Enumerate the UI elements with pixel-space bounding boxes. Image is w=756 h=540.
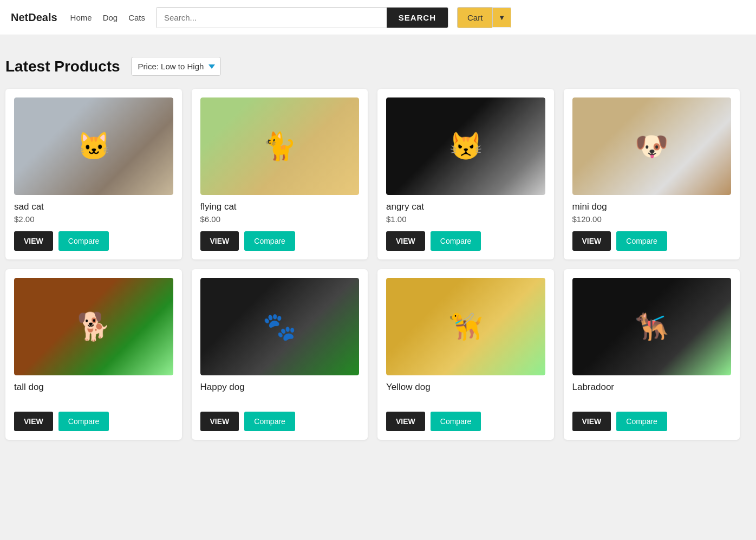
product-name: Yellow dog	[386, 382, 545, 393]
view-button[interactable]: VIEW	[200, 231, 239, 251]
product-price: $120.00	[572, 214, 732, 224]
product-image: 😾	[386, 97, 545, 195]
compare-button[interactable]: Compare	[431, 231, 481, 251]
product-grid: 🐱 sad cat $2.00 VIEW Compare 🐈 flying ca…	[5, 89, 740, 440]
view-button[interactable]: VIEW	[14, 412, 53, 431]
search-input[interactable]	[157, 8, 387, 28]
product-name: tall dog	[14, 382, 173, 393]
product-actions: VIEW Compare	[572, 412, 732, 431]
view-button[interactable]: VIEW	[14, 231, 53, 251]
product-card: 🐶 mini dog $120.00 VIEW Compare	[564, 89, 740, 259]
cart-dropdown-chevron[interactable]: ▼	[492, 8, 511, 27]
product-actions: VIEW Compare	[14, 231, 173, 251]
product-card: 🐕‍🦺 Labradoor VIEW Compare	[564, 269, 740, 440]
product-image-placeholder: 🐕‍🦺	[572, 278, 732, 375]
view-button[interactable]: VIEW	[386, 412, 425, 431]
product-actions: VIEW Compare	[200, 412, 360, 431]
product-actions: VIEW Compare	[386, 412, 545, 431]
search-bar: SEARCH	[156, 7, 448, 28]
product-image: 🐶	[572, 97, 732, 195]
view-button[interactable]: VIEW	[386, 231, 425, 251]
compare-button[interactable]: Compare	[244, 231, 295, 251]
compare-button[interactable]: Compare	[616, 231, 667, 251]
view-button[interactable]: VIEW	[200, 412, 239, 431]
product-image-placeholder: 🐈	[200, 97, 360, 195]
product-card: 🐾 Happy dog VIEW Compare	[192, 269, 368, 440]
product-image: 🐱	[14, 97, 173, 195]
product-image-placeholder: 🐾	[200, 278, 360, 375]
product-image: 🐕‍🦺	[572, 278, 732, 375]
brand-logo[interactable]: NetDeals	[11, 11, 57, 24]
navbar: NetDeals Home Dog Cats SEARCH Cart ▼	[0, 0, 756, 35]
product-name: angry cat	[386, 201, 545, 212]
view-button[interactable]: VIEW	[572, 231, 611, 251]
product-name: Happy dog	[200, 382, 360, 393]
product-image: 🦮	[386, 278, 545, 375]
product-image: 🐕	[14, 278, 173, 375]
cart-button[interactable]: Cart	[458, 8, 492, 28]
product-price	[572, 395, 732, 404]
product-image-placeholder: 🐶	[572, 97, 732, 195]
compare-button[interactable]: Compare	[431, 412, 481, 431]
page-title: Latest Products	[5, 58, 120, 75]
view-button[interactable]: VIEW	[572, 412, 611, 431]
product-image-placeholder: 🦮	[386, 278, 545, 375]
product-image-placeholder: 🐕	[14, 278, 173, 375]
product-price	[200, 395, 360, 404]
sort-select[interactable]: Price: Low to HighPrice: High to LowNewe…	[131, 57, 221, 76]
nav-dog[interactable]: Dog	[103, 13, 118, 22]
product-card: 😾 angry cat $1.00 VIEW Compare	[377, 89, 554, 259]
main-content: Latest Products Price: Low to HighPrice:…	[0, 35, 756, 456]
product-name: sad cat	[14, 201, 173, 212]
product-price	[386, 395, 545, 404]
product-price	[14, 395, 173, 404]
product-name: flying cat	[200, 201, 360, 212]
product-image-placeholder: 🐱	[14, 97, 173, 195]
nav-home[interactable]: Home	[70, 13, 92, 22]
product-name: Labradoor	[572, 382, 732, 393]
compare-button[interactable]: Compare	[616, 412, 667, 431]
product-image: 🐈	[200, 97, 360, 195]
nav-links: Home Dog Cats	[70, 13, 145, 22]
compare-button[interactable]: Compare	[244, 412, 295, 431]
product-price: $1.00	[386, 214, 545, 224]
cart-wrapper: Cart ▼	[457, 7, 511, 28]
product-actions: VIEW Compare	[572, 231, 732, 251]
product-price: $2.00	[14, 214, 173, 224]
product-price: $6.00	[200, 214, 360, 224]
product-image-placeholder: 😾	[386, 97, 545, 195]
product-actions: VIEW Compare	[14, 412, 173, 431]
product-card: 🐱 sad cat $2.00 VIEW Compare	[5, 89, 182, 259]
compare-button[interactable]: Compare	[58, 412, 109, 431]
search-button[interactable]: SEARCH	[387, 8, 448, 28]
compare-button[interactable]: Compare	[58, 231, 109, 251]
product-actions: VIEW Compare	[200, 231, 360, 251]
product-card: 🦮 Yellow dog VIEW Compare	[377, 269, 554, 440]
product-image: 🐾	[200, 278, 360, 375]
product-actions: VIEW Compare	[386, 231, 545, 251]
section-header: Latest Products Price: Low to HighPrice:…	[5, 57, 740, 76]
product-card: 🐈 flying cat $6.00 VIEW Compare	[192, 89, 368, 259]
product-name: mini dog	[572, 201, 732, 212]
nav-cats[interactable]: Cats	[128, 13, 145, 22]
product-card: 🐕 tall dog VIEW Compare	[5, 269, 182, 440]
